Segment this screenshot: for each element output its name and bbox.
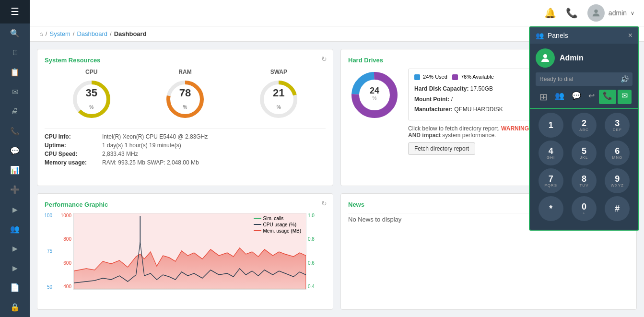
sidebar-item-expand1[interactable]: ▶ (0, 200, 30, 219)
capacity-label: Hard Disk Capacity: (414, 85, 468, 92)
warning-label: WARNING: (501, 125, 531, 132)
dialpad-9[interactable]: 9WXYZ (605, 168, 630, 193)
sidebar-item-chart[interactable]: 📊 (0, 160, 30, 180)
sidebar-item-file[interactable]: 📄 (0, 278, 30, 297)
chat-icon: 💬 (10, 146, 20, 155)
avatar (587, 4, 605, 22)
chart-wrapper: 1000800600400 1007550 (73, 213, 306, 290)
dialpad-hash[interactable]: # (605, 196, 630, 221)
tab-history[interactable]: ↩ (585, 90, 597, 104)
dialpad-5[interactable]: 5JKL (572, 141, 597, 165)
cpu-gauge: CPU 35 % (70, 69, 113, 121)
tab-chat[interactable]: 💬 (569, 90, 584, 104)
breadcrumb-sep1: / (46, 30, 47, 37)
panels-title: Panels (548, 32, 568, 39)
performance-title: Performance Graphic (45, 201, 326, 208)
sidebar-item-group[interactable]: 👥 (0, 219, 30, 239)
tab-users[interactable]: 👥 (552, 90, 567, 104)
sidebar-item-expand3[interactable]: ▶ (0, 258, 30, 278)
bell-icon[interactable]: 🔔 (544, 7, 556, 19)
y-axis-blue: 1007550 (44, 213, 52, 290)
sidebar-item-print[interactable]: 🖨 (0, 102, 30, 121)
system-resources-title: System Resources (45, 57, 326, 64)
sidebar-item-search[interactable]: 🔍 (0, 23, 30, 43)
tab-sms[interactable]: ✉ (618, 90, 632, 104)
ram-label: RAM (164, 69, 207, 75)
print-icon: 🖨 (11, 107, 19, 116)
dialpad-7[interactable]: 7PQRS (539, 168, 563, 193)
dialpad-6[interactable]: 6MNO (605, 141, 630, 165)
topbar: 🔔 📞 admin ∨ (30, 0, 644, 26)
dialpad-4[interactable]: 4GHI (539, 141, 563, 165)
mount-label: Mount Point: (414, 96, 449, 103)
dialpad-0[interactable]: 0+ (572, 196, 597, 221)
sim-calls-label: Sim. calls (263, 216, 284, 221)
chart-icon: 📊 (10, 165, 20, 175)
panels-avatar (536, 48, 555, 68)
panels-close-button[interactable]: × (628, 31, 632, 40)
mount-value: / (451, 96, 453, 103)
sidebar-item-phone[interactable]: 📞 (0, 121, 30, 141)
cpu-info-label: CPU Info: (45, 133, 97, 140)
avail-legend-label: 76% Available (461, 74, 494, 80)
sidebar-item-lock[interactable]: 🔒 (0, 297, 30, 317)
tab-call[interactable]: 📞 (599, 90, 616, 104)
dialpad-star[interactable]: * (539, 196, 563, 221)
user-menu[interactable]: admin ∨ (587, 4, 634, 22)
tab-grid[interactable]: ⊞ (537, 90, 550, 104)
cpu-usage-legend (254, 224, 261, 225)
swap-label: SWAP (257, 69, 300, 75)
panels-tabs: ⊞ 👥 💬 ↩ 📞 ✉ (530, 86, 638, 109)
chevron-right3-icon: ▶ (12, 264, 18, 272)
cpu-info-value: Intel(R) Xeon(R) CPU E5440 @ 2.83GHz (102, 133, 208, 140)
svg-text:24: 24 (370, 86, 379, 95)
dialpad-8[interactable]: 8TUV (572, 168, 597, 193)
memory-value: RAM: 993.25 Mb SWAP: 2,048.00 Mb (102, 159, 199, 166)
mem-usage-legend (254, 230, 261, 231)
breadcrumb-sep3: / (110, 30, 112, 37)
chevron-right-icon: ▶ (12, 206, 18, 213)
uptime-value: 1 day(s) 1 hour(s) 19 minute(s) (102, 142, 181, 149)
sidebar-item-expand2[interactable]: ▶ (0, 239, 30, 258)
monitor-icon: 🖥 (11, 48, 19, 57)
sim-calls-legend (254, 218, 261, 219)
sidebar-menu-toggle[interactable]: ☰ (0, 0, 30, 23)
cpu-usage-label: CPU usage (%) (263, 222, 296, 227)
svg-text:%: % (373, 95, 377, 101)
ram-gauge-container: 78 % (164, 78, 207, 121)
avail-legend-dot (452, 74, 458, 80)
topbar-phone-icon[interactable]: 📞 (566, 7, 578, 19)
y-axis-left: 1000800600400 (53, 213, 71, 290)
system-resources-refresh[interactable]: ↻ (321, 55, 327, 63)
ram-value: 78 % (179, 87, 191, 112)
uptime-label: Uptime: (45, 142, 97, 149)
performance-refresh[interactable]: ↻ (321, 200, 327, 207)
fetch-directory-report-button[interactable]: Fetch directory report (408, 142, 475, 155)
sidebar-item-mail[interactable]: ✉ (0, 82, 30, 102)
sidebar-item-monitor[interactable]: 🖥 (0, 43, 30, 63)
dialpad-1[interactable]: 1 (539, 113, 563, 138)
phone-icon: 📞 (10, 127, 20, 136)
sidebar-item-document[interactable]: 📋 (0, 62, 30, 82)
dialpad-3[interactable]: 3DEF (605, 113, 630, 138)
panels-username: Admin (560, 54, 584, 62)
panels-overlay: 👥 Panels × Admin Ready to dial 🔊 ⊞ 👥 💬 ↩… (529, 26, 639, 231)
manufacturer-value: QEMU HARDDISK (454, 106, 503, 113)
chart-area: Sim. calls CPU usage (%) Mem. usage (MB) (73, 213, 306, 290)
dialpad-2[interactable]: 2ABC (572, 113, 597, 138)
svg-point-0 (594, 10, 597, 13)
breadcrumb-current: Dashboard (114, 30, 147, 37)
username-label: admin (609, 9, 627, 17)
capacity-value: 17.50GB (470, 85, 493, 92)
breadcrumb-system[interactable]: System (49, 30, 70, 37)
dialpad: 1 2ABC 3DEF 4GHI 5JKL 6MNO 7PQRS 8TUV 9W… (530, 109, 638, 225)
volume-icon: 🔊 (621, 75, 629, 83)
sidebar-item-add[interactable]: ➕ (0, 180, 30, 200)
cpu-value: 35 % (85, 87, 97, 112)
breadcrumb-dashboard-link[interactable]: Dashboard (77, 30, 107, 37)
panels-status: Ready to dial 🔊 (536, 72, 632, 86)
svg-point-13 (543, 54, 547, 58)
add-icon: ➕ (10, 185, 20, 194)
sidebar-item-chat[interactable]: 💬 (0, 141, 30, 161)
memory-label: Memory usage: (45, 159, 97, 166)
